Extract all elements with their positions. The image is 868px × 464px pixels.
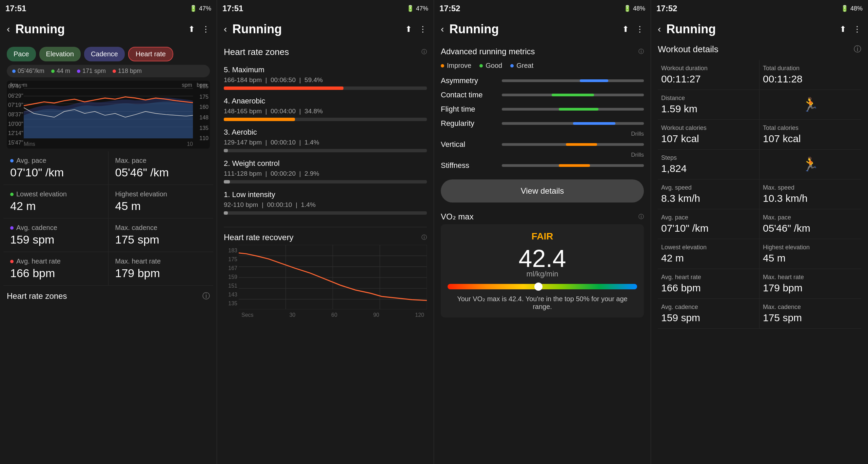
actions-4: ⬆ ⋮ — [840, 24, 861, 34]
battery-pct-3: 48% — [633, 5, 645, 12]
metric-bar-asymmetry — [502, 79, 644, 82]
actions-3: ⬆ ⋮ — [622, 24, 644, 34]
zone-3: 3. Aerobic 129-147 bpm | 00:00:10 | 1.4% — [224, 128, 427, 152]
stat-high-elev: Highest elevation 45 m — [108, 185, 214, 218]
zone-bar-bg-4 — [224, 118, 427, 121]
bar-fill-vertical — [566, 143, 597, 146]
legend-great: Great — [510, 62, 533, 70]
info-icon-1: ⓘ — [202, 291, 210, 301]
back-button-1[interactable]: ‹ — [7, 24, 10, 35]
content-1: Pace Elevation Cadence Heart rate 05'46"… — [0, 41, 217, 464]
stat-max-pace: Max. pace 05'46" /km — [108, 151, 214, 185]
vo2-bar — [448, 284, 637, 289]
zone-bar-bg-1 — [224, 211, 427, 215]
dot-low-elev — [10, 193, 14, 196]
back-button-2[interactable]: ‹ — [224, 24, 227, 35]
adv-metrics: Improve Good Great Asymmetry — [434, 62, 651, 202]
wd-avg-cad: Avg. cadence 159 spm — [658, 299, 760, 329]
share-icon-1[interactable]: ⬆ — [188, 24, 195, 34]
panel-2: 17:51 🔋 47% ‹ Running ⬆ ⋮ Heart rate zon… — [217, 0, 434, 464]
bar-fill-flight — [559, 108, 598, 111]
stat-low-elev: Lowest elevation 42 m — [3, 185, 108, 218]
info-icon-adv: ⓘ — [638, 48, 644, 55]
tab-elevation[interactable]: Elevation — [39, 47, 81, 61]
zone-bar-5 — [224, 86, 343, 90]
back-button-4[interactable]: ‹ — [658, 24, 661, 35]
stat-avg-hr: Avg. heart rate 166 bpm — [3, 252, 108, 286]
stats-chip: 05'46"/km 44 m 171 spm 118 bpm — [7, 65, 210, 77]
dot-elev — [51, 70, 55, 73]
stat-avg-cad: Avg. cadence 159 spm — [3, 218, 108, 252]
runner-icon-1: 🏃 — [802, 97, 819, 113]
drills-label-regularity: Drills — [441, 131, 644, 137]
battery-pct-1: 47% — [199, 5, 211, 12]
wd-max-hr: Max. heart rate 179 bpm — [760, 269, 861, 299]
share-icon-2[interactable]: ⬆ — [405, 24, 412, 34]
battery-pct-4: 48% — [850, 5, 863, 12]
more-icon-4[interactable]: ⋮ — [853, 24, 861, 34]
metric-regularity-container: Regularity Drills — [441, 119, 644, 137]
metric-asymmetry: Asymmetry — [441, 76, 644, 85]
more-icon-3[interactable]: ⋮ — [636, 24, 644, 34]
metric-vertical: Vertical — [441, 140, 644, 149]
zone-bar-1 — [224, 211, 228, 215]
status-icons-2: 🔋 47% — [407, 5, 428, 12]
time-1: 17:51 — [5, 4, 26, 13]
more-icon-1[interactable]: ⋮ — [202, 24, 210, 34]
header-3: ‹ Running ⬆ ⋮ — [434, 17, 651, 41]
view-details-button[interactable]: View details — [441, 179, 644, 202]
time-2: 17:51 — [222, 4, 243, 13]
actions-1: ⬆ ⋮ — [188, 24, 210, 34]
zone-bar-4 — [224, 118, 295, 121]
content-4: Workout details ⓘ Workout duration 00:11… — [651, 41, 868, 464]
hr-zones-list: 5. Maximum 166-184 bpm | 00:06:50 | 59.4… — [217, 60, 434, 227]
recovery-svg-container — [239, 245, 427, 309]
workout-details: Workout details ⓘ Workout duration 00:11… — [651, 41, 868, 331]
dot-pace — [12, 70, 16, 73]
battery-icon-2: 🔋 — [407, 5, 414, 12]
chart-area-1: /km m spm bpm 05'46" 06'29" 07'19" 08'37… — [7, 81, 210, 149]
info-icon-vo2: ⓘ — [638, 213, 644, 220]
hr-zones-header: Heart rate zones ⓘ — [217, 41, 434, 60]
status-bar-3: 17:52 🔋 48% — [434, 0, 651, 17]
zone-bar-bg-3 — [224, 149, 427, 152]
wd-avg-speed: Avg. speed 8.3 km/h — [658, 179, 760, 209]
wd-max-cad: Max. cadence 175 spm — [760, 299, 861, 329]
dot-avg-cad — [10, 226, 14, 230]
chip-pace: 05'46"/km — [12, 67, 44, 75]
chip-elev: 44 m — [51, 67, 70, 75]
tab-heartrate[interactable]: Heart rate — [128, 47, 173, 61]
legend-improve: Improve — [441, 62, 471, 70]
dot-cad — [77, 70, 80, 73]
header-4: ‹ Running ⬆ ⋮ — [651, 17, 868, 41]
dot-avg-hr — [10, 260, 14, 263]
panel-4: 17:52 🔋 48% ‹ Running ⬆ ⋮ Workout detail… — [651, 0, 868, 464]
dot-good — [479, 64, 483, 67]
title-2: Running — [232, 22, 405, 36]
status-bar-4: 17:52 🔋 48% — [651, 0, 868, 17]
share-icon-4[interactable]: ⬆ — [840, 24, 846, 34]
info-icon-recovery: ⓘ — [421, 234, 427, 241]
wd-avg-pace: Avg. pace 07'10" /km — [658, 209, 760, 239]
recovery-x-labels: Secs 30 60 90 120 — [239, 311, 427, 320]
vo2-fair-label: FAIR — [448, 231, 637, 242]
dot-avg-pace — [10, 159, 14, 162]
tab-cadence[interactable]: Cadence — [84, 47, 125, 61]
wd-total-cal: Total calories 107 kcal — [760, 120, 861, 150]
metric-bar-regularity — [502, 122, 644, 125]
wd-title: Workout details ⓘ — [658, 44, 861, 55]
bar-fill-stiffness — [559, 164, 590, 167]
more-icon-2[interactable]: ⋮ — [419, 24, 427, 34]
zone-5: 5. Maximum 166-184 bpm | 00:06:50 | 59.4… — [224, 65, 427, 90]
tab-pace[interactable]: Pace — [7, 47, 36, 61]
legend-row: Improve Good Great — [441, 62, 644, 70]
adv-header: Advanced running metrics ⓘ — [434, 41, 651, 59]
status-icons-1: 🔋 47% — [190, 5, 211, 12]
zone-bar-bg-5 — [224, 86, 427, 90]
content-3: Advanced running metrics ⓘ Improve Good … — [434, 41, 651, 464]
title-4: Running — [666, 22, 840, 36]
share-icon-3[interactable]: ⬆ — [622, 24, 629, 34]
back-button-3[interactable]: ‹ — [441, 24, 444, 35]
metric-flight: Flight time — [441, 105, 644, 114]
chip-cad: 171 spm — [77, 67, 106, 75]
